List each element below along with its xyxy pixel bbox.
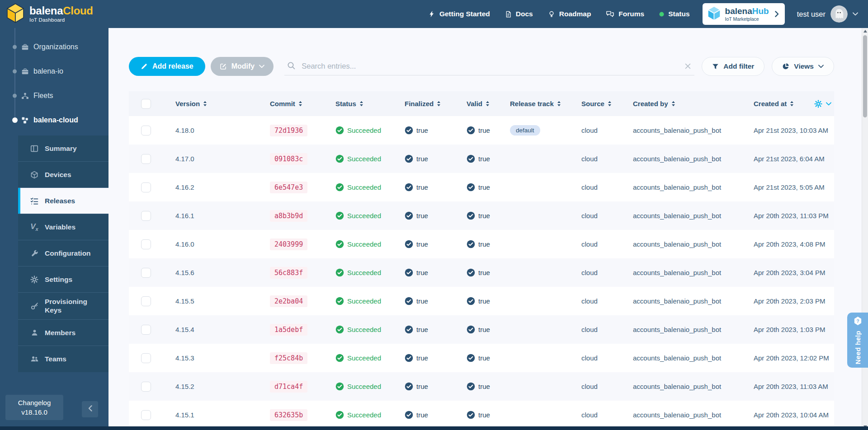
table-row[interactable]: 4.15.4 1a5debf Succeeded true true cloud… (129, 315, 834, 344)
fleet-icon (21, 92, 29, 100)
release-version[interactable]: 4.15.1 (163, 411, 253, 419)
sidebar-item-fleets[interactable]: Fleets (0, 84, 108, 108)
commit-hash[interactable]: 56c883f (270, 267, 307, 279)
scroll-up-arrow[interactable] (863, 30, 867, 33)
brand-logo[interactable]: balenaCloud IoT Dashboard (6, 3, 93, 25)
sidebar-collapse-button[interactable] (82, 401, 98, 417)
table-row[interactable]: 4.16.1 a8b3b9d Succeeded true true cloud… (129, 201, 834, 230)
column-header-source[interactable]: Source (572, 100, 617, 108)
sidebar-item-settings[interactable]: Settings (18, 266, 108, 293)
row-checkbox[interactable] (141, 182, 151, 192)
row-checkbox[interactable] (141, 154, 151, 164)
search-input[interactable] (301, 61, 679, 71)
commit-hash[interactable]: 72d1936 (270, 125, 307, 136)
column-header-created-by[interactable]: Created by (617, 100, 746, 108)
bottom-edge-strip (0, 426, 868, 430)
finalized-check-icon (405, 240, 413, 248)
user-menu[interactable]: test user (797, 5, 858, 23)
release-version[interactable]: 4.16.1 (163, 212, 253, 220)
table-options-chevron-icon[interactable] (826, 102, 831, 106)
table-row[interactable]: 4.15.2 d71ca4f Succeeded true true cloud… (129, 372, 834, 401)
column-header-version[interactable]: Version (163, 100, 253, 108)
status-text: Succeeded (347, 212, 381, 220)
column-header-status[interactable]: Status (323, 100, 393, 108)
row-checkbox[interactable] (141, 296, 151, 306)
sidebar-item-releases[interactable]: Releases (18, 188, 108, 214)
table-row[interactable]: 4.15.3 f25c84b Succeeded true true cloud… (129, 344, 834, 372)
sidebar-item-configuration[interactable]: Configuration (18, 240, 108, 266)
release-version[interactable]: 4.16.2 (163, 183, 253, 191)
nav-link-docs[interactable]: Docs (505, 10, 533, 18)
sidebar-item-summary[interactable]: Summary (18, 136, 108, 162)
commit-hash[interactable]: 1a5debf (270, 324, 307, 336)
row-checkbox[interactable] (141, 382, 151, 392)
sidebar-item-balena-cloud[interactable]: balena-cloud (0, 108, 108, 132)
commit-hash[interactable]: f25c84b (270, 352, 307, 364)
add-release-button[interactable]: Add release (129, 57, 205, 76)
changelog-button[interactable]: Changelog v18.16.0 (5, 395, 63, 420)
column-header-release-track[interactable]: Release track (502, 100, 572, 108)
table-row[interactable]: 4.15.1 632635b Succeeded true true cloud… (129, 401, 834, 429)
row-checkbox[interactable] (141, 353, 151, 363)
modify-button[interactable]: Modify (211, 57, 274, 76)
table-row[interactable]: 4.17.0 091083c Succeeded true true cloud… (129, 145, 834, 173)
commit-hash[interactable]: 2403999 (270, 238, 307, 250)
commit-hash[interactable]: d71ca4f (270, 381, 307, 393)
created-by-value: accounts_balenaio_push_bot (617, 126, 746, 134)
table-settings-gear-icon[interactable] (814, 100, 822, 108)
commit-hash[interactable]: a8b3b9d (270, 210, 307, 222)
balena-hub-banner[interactable]: balenaHub IoT Marketplace (703, 3, 785, 25)
table-row[interactable]: 4.16.2 6e547e3 Succeeded true true cloud… (129, 173, 834, 201)
sidebar-item-teams[interactable]: Teams (18, 346, 108, 372)
commit-hash[interactable]: 091083c (270, 153, 307, 165)
column-header-commit[interactable]: Commit (253, 100, 323, 108)
add-filter-button[interactable]: Add filter (702, 57, 764, 76)
release-version[interactable]: 4.18.0 (163, 126, 253, 134)
commit-hash[interactable]: 2e2ba04 (270, 295, 307, 307)
views-button[interactable]: Views (772, 57, 834, 76)
sidebar-item-members[interactable]: Members (18, 320, 108, 346)
table-row[interactable]: 4.15.5 2e2ba04 Succeeded true true cloud… (129, 287, 834, 315)
navbar-links: Getting Started Docs Roadmap Forums Stat… (428, 10, 690, 18)
need-help-tab[interactable]: ? Need help (847, 313, 868, 368)
table-row[interactable]: 4.18.0 72d1936 Succeeded true true defau… (129, 116, 834, 145)
row-checkbox[interactable] (141, 325, 151, 335)
row-checkbox[interactable] (141, 239, 151, 249)
column-header-finalized[interactable]: Finalized (393, 100, 457, 108)
release-version[interactable]: 4.15.6 (163, 269, 253, 276)
sidebar-item-balena-io[interactable]: balena-io (0, 59, 108, 84)
sidebar-item-provisioning-keys[interactable]: Provisioning Keys (18, 293, 108, 320)
table-row[interactable]: 4.15.6 56c883f Succeeded true true cloud… (129, 258, 834, 287)
row-checkbox[interactable] (141, 268, 151, 278)
release-version[interactable]: 4.15.3 (163, 354, 253, 362)
nav-link-getting-started[interactable]: Getting Started (428, 10, 490, 18)
release-version[interactable]: 4.15.4 (163, 326, 253, 333)
nav-link-status[interactable]: Status (659, 10, 689, 18)
sidebar-fleet-menu: Summary Devices Releases Vx Variables Co… (18, 136, 108, 372)
sidebar-item-variables[interactable]: Vx Variables (18, 214, 108, 240)
valid-value: true (478, 240, 490, 248)
sidebar-item-organizations[interactable]: Organizations (0, 35, 108, 59)
select-all-checkbox[interactable] (141, 99, 151, 109)
commit-hash[interactable]: 632635b (270, 409, 307, 421)
release-version[interactable]: 4.15.2 (163, 383, 253, 390)
release-version[interactable]: 4.15.5 (163, 297, 253, 305)
nav-link-roadmap[interactable]: Roadmap (548, 10, 591, 18)
row-checkbox[interactable] (141, 410, 151, 420)
release-version[interactable]: 4.16.0 (163, 240, 253, 248)
sidebar-item-devices[interactable]: Devices (18, 162, 108, 188)
clear-search-icon[interactable] (684, 62, 692, 70)
table-row[interactable]: 4.16.0 2403999 Succeeded true true cloud… (129, 230, 834, 258)
scrollbar-thumb[interactable] (863, 35, 867, 117)
nav-link-forums[interactable]: Forums (606, 10, 644, 18)
sort-icon (790, 101, 794, 107)
commit-hash[interactable]: 6e547e3 (270, 182, 307, 193)
vertical-scrollbar[interactable] (862, 28, 868, 430)
column-header-created-at[interactable]: Created at (746, 100, 834, 108)
row-checkbox[interactable] (141, 126, 151, 136)
valid-check-icon (467, 325, 475, 334)
status-text: Succeeded (347, 155, 381, 163)
column-header-valid[interactable]: Valid (457, 100, 502, 108)
release-version[interactable]: 4.17.0 (163, 155, 253, 163)
row-checkbox[interactable] (141, 211, 151, 221)
